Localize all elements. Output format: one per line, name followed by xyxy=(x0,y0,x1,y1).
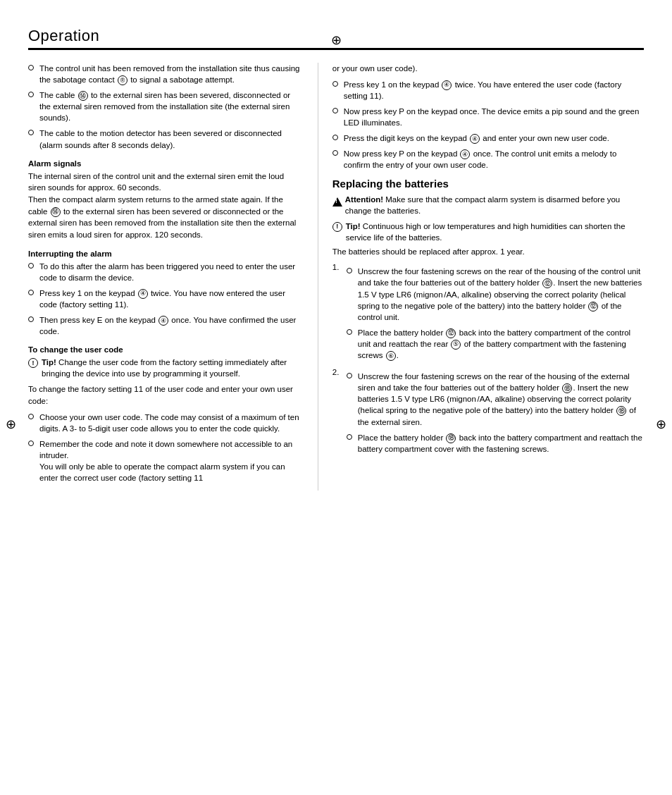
bullet-icon xyxy=(28,65,34,70)
ref-num: ⑱ xyxy=(616,406,626,416)
batteries-heading: Replacing the batteries xyxy=(332,178,644,190)
ref-num: ④ xyxy=(470,134,480,144)
list-item: Then press key E on the keypad ④ once. Y… xyxy=(28,314,304,337)
ref-num: ⑥ xyxy=(386,351,396,361)
tip-text-batteries: Tip! Continuous high or low temperatures… xyxy=(346,221,644,243)
list-item: 1. Unscrew the four fastening screws on … xyxy=(332,261,644,361)
ref-num: ⑫ xyxy=(542,278,552,288)
list-item: Press key 1 on the keypad ④ twice. You h… xyxy=(332,79,644,101)
page: ⊕ ⊕ ⊕ ⊕ Operation The control unit has b… xyxy=(0,27,672,795)
bullet-icon xyxy=(28,414,34,419)
ref-num: ⑱ xyxy=(562,383,572,393)
intro-bullet-list: The control unit has been removed from t… xyxy=(28,63,304,151)
bullet-icon xyxy=(28,440,34,446)
ref-num: ⑤ xyxy=(451,340,461,350)
ref-num: ⑱ xyxy=(446,433,456,443)
bullet-icon xyxy=(332,135,338,140)
list-item: Press key 1 on the keypad ④ twice. You h… xyxy=(28,288,304,310)
bullet-text: Press the digit keys on the keypad ④ and… xyxy=(344,132,644,144)
bullet-icon xyxy=(28,130,34,135)
bullet-icon xyxy=(332,150,338,156)
list-item: Choose your own user code. The code may … xyxy=(28,412,304,434)
bullet-icon xyxy=(332,108,338,113)
list-item: The cable ⑭ to the external siren has be… xyxy=(28,90,304,123)
bullet-icon xyxy=(332,81,338,87)
reg-mark-top: ⊕ xyxy=(331,32,342,48)
step-main-bullet: Unscrew the four fastening screws on the… xyxy=(347,266,644,322)
bullet-text: The cable to the motion detector has bee… xyxy=(39,128,304,150)
battery-replace-note: The batteries should be replaced after a… xyxy=(332,246,644,258)
continued-text: or your own user code). xyxy=(325,63,644,75)
interrupting-bullet-list: To do this after the alarm has been trig… xyxy=(28,261,304,338)
bullet-text: To do this after the alarm has been trig… xyxy=(39,261,304,283)
bullet-text: Press key 1 on the keypad ④ twice. You h… xyxy=(39,288,304,310)
bullet-text: Now press key P on the keypad ④ once. Th… xyxy=(344,148,644,171)
bullet-icon xyxy=(347,373,352,378)
tip-icon: ! xyxy=(28,358,38,368)
ref-num: ④ xyxy=(138,289,148,299)
list-item: The control unit has been removed from t… xyxy=(28,63,304,85)
interrupting-heading: Interrupting the alarm xyxy=(28,249,304,258)
step-sub-text: Place the battery holder ⑱ back into the… xyxy=(358,432,644,455)
change-code-bullet-list: Choose your own user code. The code may … xyxy=(28,412,304,484)
bullet-icon xyxy=(347,434,352,440)
ref-num: ⑭ xyxy=(51,207,61,217)
attention-row: ! Attention! Make sure that the compact … xyxy=(332,194,644,216)
tip-row-batteries: ! Tip! Continuous high or low temperatur… xyxy=(332,221,644,243)
bullet-icon xyxy=(347,329,352,335)
bullet-text: The control unit has been removed from t… xyxy=(39,63,304,85)
reg-mark-right: ⊕ xyxy=(656,417,666,432)
step-main-bullet: Unscrew the four fastening screws on the… xyxy=(347,371,644,427)
bullet-icon xyxy=(28,263,34,269)
step-content: Unscrew the four fastening screws on the… xyxy=(347,366,644,455)
step-sub-text: Place the battery holder ⑫ back into the… xyxy=(358,327,644,361)
page-title: Operation xyxy=(28,27,99,44)
step-sub-bullet: Place the battery holder ⑫ back into the… xyxy=(347,327,644,361)
bullet-text: Press key 1 on the keypad ④ twice. You h… xyxy=(344,79,644,101)
battery-steps: 1. Unscrew the four fastening screws on … xyxy=(332,261,644,454)
change-code-heading: To change the user code xyxy=(28,345,304,354)
bullet-text: Now press key P on the keypad once. The … xyxy=(344,106,644,128)
step-sub-bullet: Place the battery holder ⑱ back into the… xyxy=(347,432,644,455)
step-num: 1. xyxy=(332,261,342,273)
right-column: or your own user code). Press key 1 on t… xyxy=(318,63,644,491)
bullet-text: Then press key E on the keypad ④ once. Y… xyxy=(39,314,304,337)
code-entry-bullet-list: Press key 1 on the keypad ④ twice. You h… xyxy=(325,79,644,171)
ref-num: ⑭ xyxy=(78,91,88,101)
step-content: Unscrew the four fastening screws on the… xyxy=(347,261,644,361)
step-num: 2. xyxy=(332,366,342,378)
bullet-text: The cable ⑭ to the external siren has be… xyxy=(39,90,304,123)
content-area: The control unit has been removed from t… xyxy=(28,50,644,491)
list-item: The cable to the motion detector has bee… xyxy=(28,128,304,150)
ref-num: ⑫ xyxy=(588,302,598,312)
change-code-paragraph: To change the factory setting 11 of the … xyxy=(28,383,304,407)
tip-icon: ! xyxy=(332,222,342,232)
bullet-icon xyxy=(28,316,34,322)
alarm-signals-heading: Alarm signals xyxy=(28,159,304,168)
list-item: Press the digit keys on the keypad ④ and… xyxy=(332,132,644,144)
bullet-text: Remember the code and note it down somew… xyxy=(39,438,304,483)
ref-num: ® xyxy=(118,75,127,85)
tip-row: ! Tip! Change the user code from the fac… xyxy=(28,357,304,379)
ref-num: ④ xyxy=(158,316,168,326)
bullet-text: Choose your own user code. The code may … xyxy=(39,412,304,434)
reg-mark-left: ⊕ xyxy=(6,417,16,432)
step-main-text: Unscrew the four fastening screws on the… xyxy=(358,371,644,427)
ref-num: ④ xyxy=(442,80,452,90)
ref-num: ⑫ xyxy=(446,328,456,338)
list-item: To do this after the alarm has been trig… xyxy=(28,261,304,283)
alarm-signals-paragraph: The internal siren of the control unit a… xyxy=(28,171,304,241)
attention-text: Attention! Make sure that the compact al… xyxy=(345,194,644,216)
list-item: Now press key P on the keypad ④ once. Th… xyxy=(332,148,644,171)
step-main-text: Unscrew the four fastening screws on the… xyxy=(358,266,644,322)
list-item: 2. Unscrew the four fastening screws on … xyxy=(332,366,644,455)
list-item: Now press key P on the keypad once. The … xyxy=(332,106,644,128)
tip-text: Tip! Change the user code from the facto… xyxy=(42,357,304,379)
left-column: The control unit has been removed from t… xyxy=(28,63,318,491)
ref-num: ④ xyxy=(460,149,470,159)
list-item: Remember the code and note it down somew… xyxy=(28,438,304,483)
bullet-icon xyxy=(28,92,34,97)
bullet-icon xyxy=(347,268,352,273)
bullet-icon xyxy=(28,290,34,295)
